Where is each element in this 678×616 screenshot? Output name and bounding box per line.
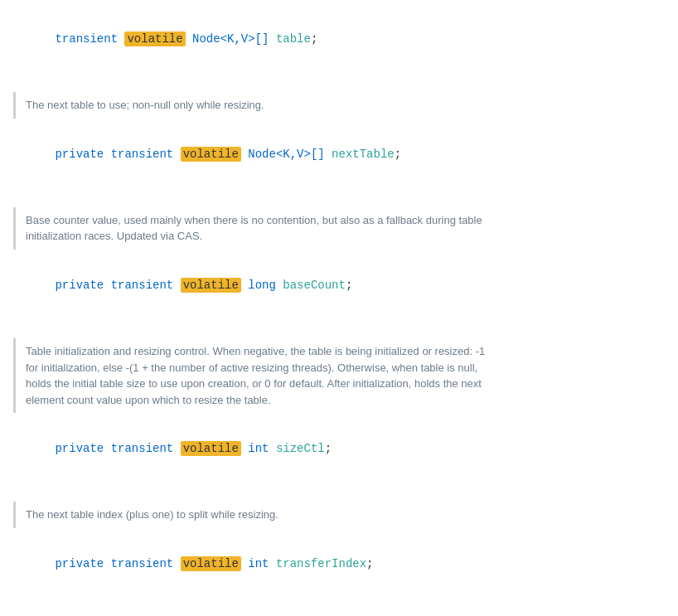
type-int-5: int <box>241 557 276 570</box>
type-node-2: Node<K,V>[] <box>241 148 332 161</box>
comment-transfer-index: The next table index (plus one) to split… <box>13 502 678 528</box>
semicolon-2: ; <box>395 148 401 161</box>
comment-base-count-text: Base counter value, used mainly when the… <box>26 214 482 243</box>
keyword-transient-5: transient <box>111 557 181 570</box>
comment-next-table: The next table to use; non-null only whi… <box>13 92 678 119</box>
separator-1 <box>0 77 678 87</box>
section-2: The next table to use; non-null only whi… <box>0 92 678 186</box>
section-5: The next table index (plus one) to split… <box>0 502 678 595</box>
keyword-transient-2: transient <box>111 148 181 161</box>
semicolon-3: ; <box>346 279 352 292</box>
comment-size-ctl-text: Table initialization and resizing contro… <box>26 345 485 406</box>
semicolon: ; <box>311 32 317 46</box>
separator-2 <box>0 192 678 202</box>
code-line-next-table: private transient volatile Node<K,V>[] n… <box>0 124 678 186</box>
comment-base-count: Base counter value, used mainly when the… <box>13 207 678 250</box>
identifier-transfer-index: transferIndex <box>276 557 366 570</box>
comment-size-ctl: Table initialization and resizing contro… <box>13 338 678 413</box>
keyword-transient-3: transient <box>111 279 181 292</box>
separator-5 <box>0 602 678 612</box>
keyword-volatile-4: volatile <box>181 441 241 456</box>
type-long: long <box>241 279 283 292</box>
comment-transfer-index-text: The next table index (plus one) to split… <box>26 508 278 521</box>
code-line-transfer-index: private transient volatile int transferI… <box>0 533 678 595</box>
keyword-transient-4: transient <box>111 442 181 455</box>
keyword-transient: transient <box>55 32 124 46</box>
separator-4 <box>0 487 678 497</box>
identifier-next-table: nextTable <box>332 148 395 161</box>
keyword-volatile-5: volatile <box>181 556 241 571</box>
identifier-table: table <box>276 32 311 46</box>
section-1: transient volatile Node<K,V>[] table; <box>0 8 678 70</box>
keyword-private-3: private <box>55 279 110 292</box>
separator-3 <box>0 323 678 333</box>
semicolon-5: ; <box>366 557 373 570</box>
section-3: Base counter value, used mainly when the… <box>0 207 678 317</box>
type-int-4: int <box>241 442 276 455</box>
identifier-size-ctl: sizeCtl <box>276 442 325 455</box>
keyword-private-2: private <box>55 148 110 161</box>
section-4: Table initialization and resizing contro… <box>0 338 678 480</box>
code-line-base-count: private transient volatile long baseCoun… <box>0 255 678 317</box>
keyword-private-4: private <box>55 442 110 455</box>
keyword-volatile-3: volatile <box>181 278 241 293</box>
identifier-base-count: baseCount <box>283 279 346 292</box>
semicolon-4: ; <box>325 442 332 455</box>
code-line-table: transient volatile Node<K,V>[] table; <box>0 8 678 70</box>
code-container: transient volatile Node<K,V>[] table; Th… <box>0 0 678 616</box>
keyword-volatile: volatile <box>124 32 185 46</box>
keyword-volatile-2: volatile <box>181 147 241 162</box>
type-node: Node<K,V>[] <box>186 32 276 46</box>
keyword-private-5: private <box>55 557 110 570</box>
code-line-size-ctl: private transient volatile int sizeCtl; <box>0 418 678 480</box>
